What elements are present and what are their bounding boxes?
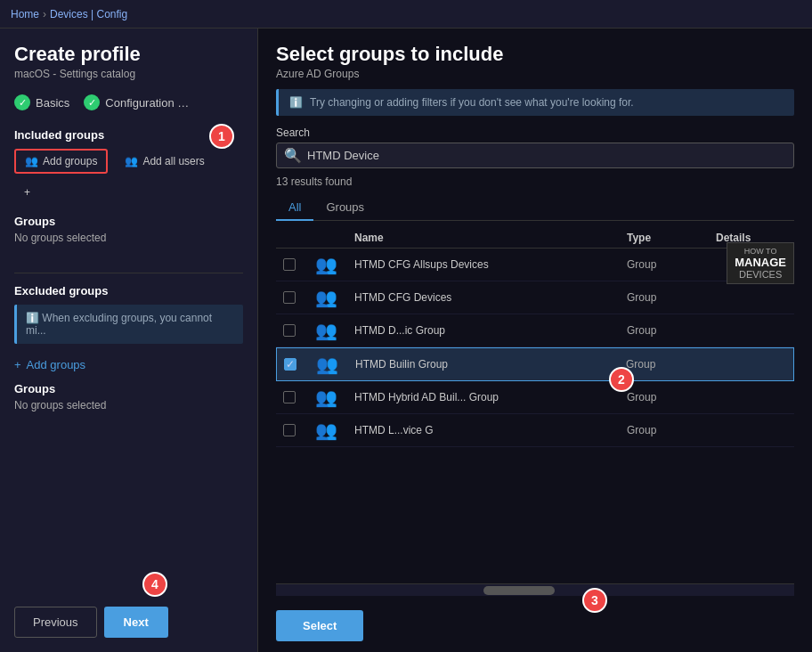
group-icon: 👥 [315, 387, 354, 408]
row-name: HTMD D...ic Group [354, 324, 627, 337]
no-groups-included: No groups selected [14, 232, 243, 244]
add-groups-link[interactable]: + Add groups [14, 358, 243, 371]
table-row[interactable]: 👥 HTMD L...vice G Group [276, 414, 794, 447]
row-name: HTMD CFG Devices [354, 291, 627, 304]
table-row[interactable]: 👥 HTMD CFG Allsups Devices Group [276, 249, 794, 281]
page-subtitle: macOS - Settings catalog [14, 68, 243, 80]
divider [14, 273, 243, 273]
row-name: HTMD L...vice G [354, 424, 627, 436]
results-count: 13 results found [276, 175, 794, 188]
excluded-groups-title: Excluded groups [14, 284, 243, 297]
search-input[interactable] [307, 149, 786, 162]
tab-groups[interactable]: Groups [313, 195, 377, 221]
table-body: 👥 HTMD CFG Allsups Devices Group 👥 HTMD … [276, 249, 794, 447]
table-row[interactable]: 👥 HTMD CFG Devices Group [276, 281, 794, 314]
scroll-thumb[interactable] [483, 586, 555, 595]
table-row[interactable]: 👥 HTMD D...ic Group Group [276, 314, 794, 347]
watermark-manage: MANAGE [735, 256, 786, 269]
row-type: Group [627, 424, 716, 436]
devices-link[interactable]: Devices | Config [50, 8, 127, 20]
page-title: Create profile [14, 43, 243, 66]
home-link[interactable]: Home [11, 8, 39, 20]
next-button[interactable]: Next [104, 607, 168, 638]
group-icon: 👥 [315, 320, 354, 341]
col-type: Type [627, 232, 716, 244]
row-name: HTMD Builin Group [355, 358, 626, 371]
row-type: Group [627, 391, 716, 403]
exclude-info-box: ℹ️ When excluding groups, you cannot mi.… [14, 305, 243, 344]
select-btn-row: Select [276, 603, 794, 652]
search-icon: 🔍 [284, 147, 302, 164]
add-groups-button[interactable]: 👥 Add groups [14, 149, 108, 174]
group-icon: 👥 [316, 354, 355, 375]
group-icon: 👥 [315, 254, 354, 275]
search-label: Search [276, 126, 794, 139]
add-all-users-icon: 👥 [125, 155, 138, 167]
tab-all[interactable]: All [276, 195, 313, 221]
row-checkbox[interactable] [283, 324, 296, 337]
table-header: Name Type Details [276, 228, 794, 249]
row-checkbox[interactable] [283, 291, 296, 304]
group-icon: 👥 [315, 287, 354, 308]
row-checkbox[interactable] [283, 424, 296, 436]
table-row-selected[interactable]: ✓ 👥 HTMD Builin Group Group [276, 347, 794, 381]
step-basics: ✓ Basics [14, 94, 69, 110]
previous-button[interactable]: Previous [14, 607, 97, 638]
annotation-badge-4: 4 [142, 572, 167, 597]
annotation-badge-2: 2 [609, 367, 634, 392]
right-panel-title: Select groups to include [276, 43, 794, 66]
search-input-wrap[interactable]: 🔍 [276, 143, 794, 168]
watermark: HOW TO MANAGE DEVICES [727, 242, 794, 284]
row-checkbox[interactable] [283, 391, 296, 403]
bottom-nav: Previous Next [14, 592, 243, 638]
btn-row-included: 👥 Add groups 👥 Add all users + [14, 149, 243, 204]
row-name: HTMD Hybrid AD Buil... Group [354, 391, 627, 403]
add-groups-icon: 👥 [25, 155, 38, 167]
tip-icon: ℹ️ [289, 96, 303, 109]
annotation-badge-3: 3 [582, 588, 607, 613]
steps-row: ✓ Basics ✓ Configuration settings [14, 94, 243, 110]
step-check-config: ✓ [84, 94, 100, 110]
info-icon: ℹ️ [26, 312, 39, 324]
step-config: ✓ Configuration settings [84, 94, 194, 110]
row-type: Group [626, 358, 715, 371]
row-type: Group [627, 291, 716, 304]
tabs-row: All Groups [276, 195, 794, 221]
row-checkbox-checked[interactable]: ✓ [284, 358, 296, 371]
select-button[interactable]: Select [276, 610, 363, 641]
right-panel-subtitle: Azure AD Groups [276, 68, 794, 80]
col-name: Name [354, 232, 627, 244]
plus-icon: + [14, 358, 21, 371]
watermark-howto: HOW TO [735, 247, 786, 256]
table-area: Name Type Details 👥 HTMD CFG Allsups Dev… [276, 228, 794, 583]
plus-button[interactable]: + [14, 181, 40, 204]
left-panel: Create profile macOS - Settings catalog … [0, 29, 258, 652]
chevron-icon: › [43, 8, 46, 20]
step-check-basics: ✓ [14, 94, 30, 110]
no-groups-excluded: No groups selected [14, 399, 243, 412]
col-checkbox [283, 232, 315, 244]
groups-label-included: Groups [14, 215, 243, 228]
groups-label-excluded: Groups [14, 382, 243, 395]
horizontal-scrollbar[interactable] [276, 583, 794, 596]
watermark-devices: DEVICES [735, 269, 786, 280]
top-bar: Home › Devices | Config [0, 0, 812, 29]
annotation-badge-1: 1 [209, 124, 234, 149]
main-layout: Create profile macOS - Settings catalog … [0, 29, 812, 652]
row-type: Group [627, 324, 716, 337]
add-all-users-button[interactable]: 👥 Add all users [115, 150, 214, 173]
col-icon [315, 232, 354, 244]
row-name: HTMD CFG Allsups Devices [354, 258, 627, 271]
tip-box: ℹ️ Try changing or adding filters if you… [276, 89, 794, 116]
group-icon: 👥 [315, 420, 354, 441]
search-area: Search 🔍 [276, 126, 794, 168]
right-panel: Select groups to include Azure AD Groups… [258, 29, 812, 652]
table-row[interactable]: 👥 HTMD Hybrid AD Buil... Group Group [276, 381, 794, 414]
row-type: Group [627, 258, 716, 271]
row-checkbox[interactable] [283, 258, 296, 271]
